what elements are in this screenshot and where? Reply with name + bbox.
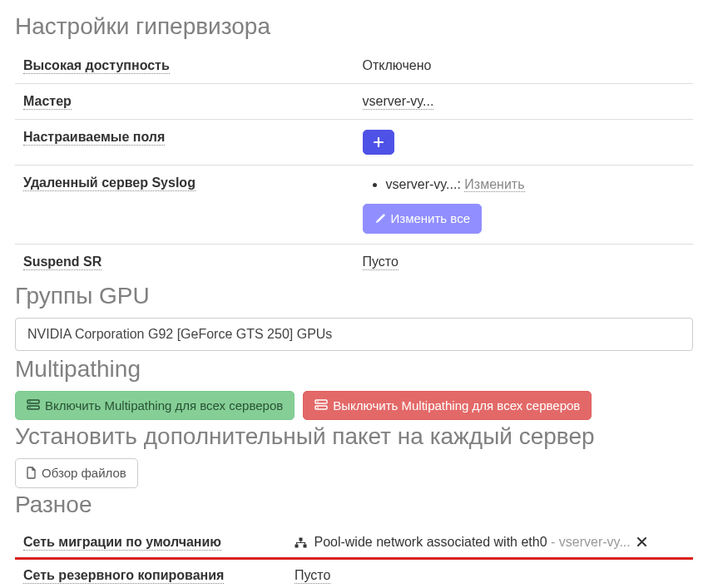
disable-multipathing-label: Выключить Multipathing для всех серверов [333,398,580,414]
enable-multipathing-button[interactable]: Включить Multipathing для всех серверов [15,391,295,421]
backup-network-label: Сеть резервного копирования [15,558,286,588]
gpu-group-item[interactable]: NVIDIA Corporation G92 [GeForce GTS 250]… [15,318,693,351]
suspend-sr-value[interactable]: Пусто [354,244,694,279]
svg-rect-0 [27,400,39,403]
master-value[interactable]: vserver-vy... [354,84,694,120]
svg-point-3 [29,407,31,408]
migration-network-row: Сеть миграции по умолчанию Pool-wide net… [15,526,693,559]
edit-all-label: Изменить все [391,210,470,227]
add-custom-field-button[interactable] [363,130,394,155]
svg-point-6 [317,401,319,403]
migration-network-suffix: - vserver-vy... [547,535,631,549]
svg-point-7 [317,407,319,408]
svg-rect-4 [315,400,327,403]
storage-icon [314,399,328,411]
hypervisor-settings-table: Высокая доступность Отключено Мастер vse… [15,48,693,279]
migration-network-value[interactable]: Pool-wide network associated with eth0 [314,535,547,549]
network-icon [295,537,307,548]
syslog-list-item: vserver-vy...: Изменить [386,175,686,194]
svg-rect-8 [300,537,303,541]
syslog-list: vserver-vy...: Изменить [363,175,686,194]
multipathing-title: Multipathing [15,356,693,383]
syslog-label: Удаленный сервер Syslog [15,166,354,245]
suspend-sr-label: Suspend SR [15,244,354,279]
file-icon [27,467,37,479]
ha-value: Отключено [354,48,694,84]
backup-network-row: Сеть резервного копирования Пусто [15,558,693,588]
master-label: Мастер [15,84,354,120]
clear-migration-network-button[interactable] [637,535,646,549]
misc-table: Сеть миграции по умолчанию Pool-wide net… [15,526,693,589]
storage-icon [27,399,40,411]
syslog-server-name: vserver-vy... [386,177,458,191]
svg-point-2 [29,401,31,403]
svg-rect-10 [304,544,307,547]
enable-multipathing-label: Включить Multipathing для всех серверов [45,398,283,414]
misc-title: Разное [15,492,693,518]
hypervisor-settings-title: Настройки гипервизора [15,13,693,40]
plus-icon [374,137,384,147]
pencil-icon [374,213,386,225]
migration-network-label: Сеть миграции по умолчанию [15,526,286,559]
svg-rect-9 [295,544,299,547]
custom-fields-label: Настраиваемые поля [15,120,354,166]
browse-files-button[interactable]: Обзор файлов [15,458,138,488]
install-pack-title: Установить дополнительный пакет на кажды… [15,423,693,450]
browse-files-label: Обзор файлов [42,465,126,482]
ha-label: Высокая доступность [15,48,354,84]
svg-rect-1 [27,406,39,409]
gpu-groups-title: Группы GPU [15,283,693,309]
svg-rect-5 [315,406,327,409]
disable-multipathing-button[interactable]: Выключить Multipathing для всех серверов [303,391,592,421]
edit-all-button[interactable]: Изменить все [363,204,482,234]
backup-network-value[interactable]: Пусто [286,558,693,588]
syslog-edit-link[interactable]: Изменить [464,177,524,192]
